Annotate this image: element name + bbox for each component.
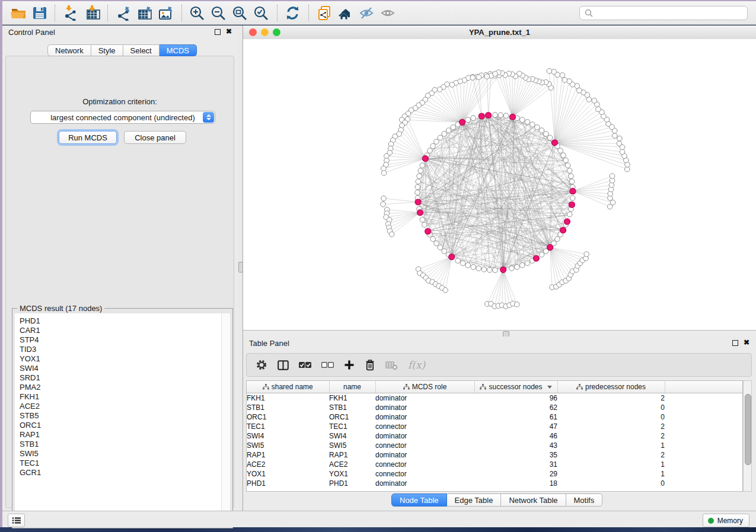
- table-row[interactable]: ACE2ACE2connector311: [247, 460, 742, 469]
- cell-successor_nodes: 31: [474, 460, 557, 469]
- mcds-result-item[interactable]: GCR1: [20, 468, 222, 477]
- task-history-button[interactable]: [8, 514, 25, 527]
- delete-table-button[interactable]: [385, 358, 398, 372]
- toolbar-zoom-out-button[interactable]: [208, 4, 229, 23]
- column-layout-button[interactable]: [277, 358, 289, 372]
- toolbar-zoom-fit-button[interactable]: [229, 4, 251, 23]
- shared-column-icon: [263, 384, 269, 390]
- mcds-result-item[interactable]: PHD1: [20, 316, 222, 326]
- toolbar-zoom-in-button[interactable]: [187, 4, 208, 23]
- mcds-result-item[interactable]: STB5: [20, 411, 222, 421]
- float-panel-icon[interactable]: [215, 29, 221, 35]
- mcds-result-item[interactable]: CAR1: [20, 326, 222, 335]
- run-mcds-button[interactable]: Run MCDS: [59, 131, 117, 144]
- table-tab-edge-table[interactable]: Edge Table: [447, 493, 502, 507]
- toolbar-export-network-button[interactable]: [113, 4, 134, 23]
- zoom-out-icon: [210, 5, 227, 21]
- add-row-button[interactable]: [344, 358, 355, 372]
- table-row[interactable]: STB1STB1dominator620: [247, 403, 742, 412]
- mcds-result-item[interactable]: TEC1: [20, 459, 222, 468]
- mcds-result-item[interactable]: FKH1: [20, 392, 222, 402]
- toolbar-import-network-button[interactable]: [60, 4, 81, 23]
- column-header-successor-nodes[interactable]: successor nodes: [474, 381, 557, 393]
- mcds-result-item[interactable]: SWI5: [20, 449, 222, 459]
- toolbar-hide-selected-button[interactable]: [356, 4, 378, 23]
- column-header-shared-name[interactable]: shared name: [247, 381, 329, 393]
- delete-row-button[interactable]: [365, 358, 375, 372]
- table-row[interactable]: ORC1ORC1dominator610: [247, 412, 742, 422]
- network-canvas[interactable]: [243, 39, 756, 330]
- network-window-titlebar: YPA_prune.txt_1: [243, 25, 756, 40]
- close-panel-icon[interactable]: ✖: [744, 338, 749, 347]
- column-header-name[interactable]: name: [329, 381, 375, 393]
- mcds-result-item[interactable]: TID3: [20, 345, 222, 354]
- mcds-result-item[interactable]: ORC1: [20, 421, 222, 430]
- tab-network[interactable]: Network: [47, 44, 91, 56]
- close-panel-icon[interactable]: ✖: [226, 27, 232, 36]
- search-input[interactable]: [596, 8, 742, 18]
- mcds-result-item[interactable]: SWI4: [20, 364, 222, 373]
- import-table-icon: [84, 5, 100, 21]
- horizontal-splitter[interactable]: [243, 330, 756, 336]
- column-header-predecessor-nodes[interactable]: predecessor nodes: [557, 381, 665, 393]
- toolbar-show-all-button[interactable]: [378, 4, 399, 23]
- tab-mcds[interactable]: MCDS: [160, 44, 197, 56]
- table-panel-titlebar: Table Panel ✖: [243, 336, 756, 350]
- function-builder-button[interactable]: f(x): [408, 358, 425, 372]
- toolbar-zoom-selected-button[interactable]: [251, 4, 272, 23]
- tab-style[interactable]: Style: [91, 44, 123, 56]
- cell-name: YOX1: [329, 469, 375, 479]
- mcds-result-item[interactable]: STB1: [20, 440, 222, 449]
- tab-select[interactable]: Select: [123, 44, 160, 56]
- cell-shared_name: STB1: [247, 403, 329, 412]
- cell-name: ACE2: [329, 460, 375, 469]
- mcds-result-item[interactable]: RAP1: [20, 430, 222, 440]
- table-tab-network-table[interactable]: Network Table: [501, 493, 566, 507]
- select-all-button[interactable]: [299, 358, 311, 372]
- table-header-row: shared namenameMCDS rolesuccessor nodesp…: [247, 381, 742, 393]
- vertical-splitter[interactable]: [238, 25, 243, 511]
- table-scrollbar[interactable]: [743, 380, 752, 492]
- memory-button[interactable]: Memory: [703, 514, 749, 527]
- shared-column-icon: [576, 384, 583, 390]
- toolbar-open-file-button[interactable]: [7, 4, 28, 23]
- cell-mcds_role: dominator: [375, 403, 474, 412]
- cell-filler: [665, 441, 742, 450]
- table-tab-motifs[interactable]: Motifs: [566, 493, 603, 507]
- table-settings-button[interactable]: [256, 358, 267, 372]
- deselect-all-button[interactable]: [321, 358, 334, 372]
- toolbar-save-session-button[interactable]: [28, 4, 50, 23]
- mcds-result-list: PHD1CAR1STP4TID3YOX1SWI4SRD1PMA2FKH1ACE2…: [15, 313, 222, 525]
- mcds-result-scrollbar[interactable]: [221, 313, 230, 525]
- toolbar-refresh-view-button[interactable]: [282, 4, 304, 23]
- main-toolbar: [2, 1, 756, 25]
- cell-successor_nodes: 62: [474, 403, 557, 412]
- close-panel-button[interactable]: Close panel: [124, 131, 186, 144]
- table-row[interactable]: PHD1PHD1dominator180: [247, 479, 742, 488]
- table-row[interactable]: YOX1YOX1connector291: [247, 469, 742, 479]
- table-row[interactable]: FKH1FKH1dominator962: [247, 393, 742, 403]
- toolbar-duplicate-network-button[interactable]: [314, 4, 335, 23]
- table-row[interactable]: RAP1RAP1dominator352: [247, 450, 742, 460]
- toolbar-import-table-button[interactable]: [81, 4, 103, 23]
- mcds-panel-body: Optimization criterion: largest connecte…: [5, 56, 234, 508]
- toolbar-export-table-button[interactable]: [134, 4, 155, 23]
- table-tab-node-table[interactable]: Node Table: [391, 493, 447, 507]
- splitter-grip[interactable]: [238, 262, 243, 273]
- table-row[interactable]: TEC1TEC1connector472: [247, 422, 742, 431]
- mcds-result-item[interactable]: PMA2: [20, 383, 222, 392]
- column-header-MCDS-role[interactable]: MCDS role: [375, 381, 474, 393]
- toolbar-first-neighbors-button[interactable]: [335, 4, 356, 23]
- table-row[interactable]: SWI5SWI5connector431: [247, 441, 742, 450]
- cell-mcds_role: dominator: [375, 479, 474, 488]
- mcds-result-item[interactable]: SRD1: [20, 373, 222, 383]
- float-panel-icon[interactable]: [732, 340, 738, 346]
- scrollbar-thumb[interactable]: [745, 394, 751, 465]
- table-row[interactable]: SWI4SWI4dominator462: [247, 431, 742, 441]
- mcds-result-item[interactable]: STP4: [20, 335, 222, 345]
- mcds-result-item[interactable]: ACE2: [20, 402, 222, 411]
- mcds-result-item[interactable]: YOX1: [20, 354, 222, 364]
- criterion-select[interactable]: largest connected component (undirected): [30, 111, 215, 124]
- cell-successor_nodes: 96: [474, 393, 557, 403]
- toolbar-export-image-button[interactable]: [155, 4, 177, 23]
